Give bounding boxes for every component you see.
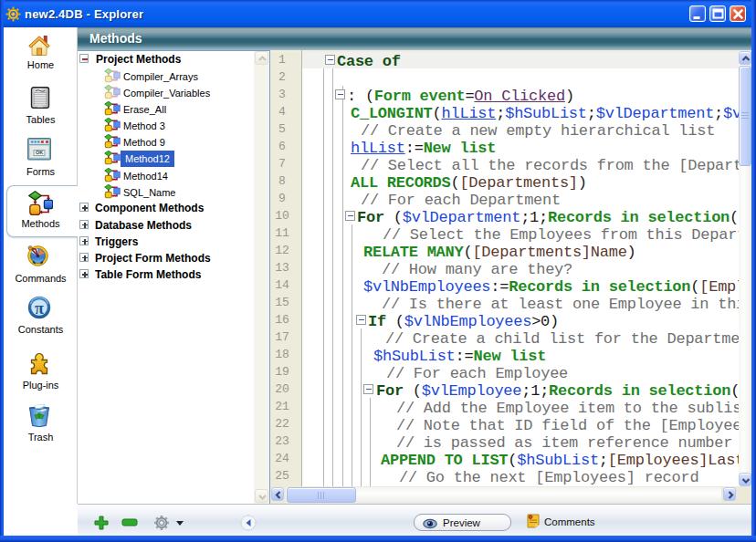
svg-text:OK: OK <box>36 150 43 155</box>
svg-text:π: π <box>35 299 44 318</box>
